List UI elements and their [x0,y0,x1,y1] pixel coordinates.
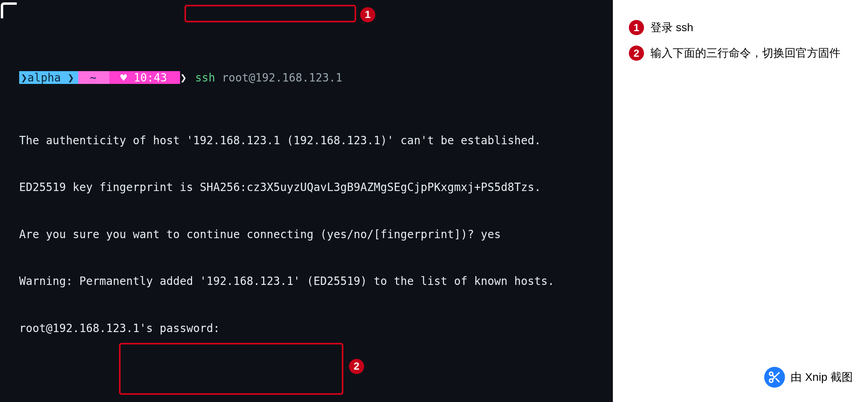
highlight-box-1 [184,5,356,22]
watermark-text: 由 Xnip 截图 [791,369,853,386]
prompt-chevron-icon: ❯ [67,71,74,84]
output-line: Warning: Permanently added '192.168.123.… [0,273,613,289]
output-line: The authenticity of host '192.168.123.1 … [0,133,613,148]
command-ssh: ssh [195,71,215,84]
output-line: ED25519 key fingerprint is SHA256:cz3X5u… [0,179,613,195]
prompt-cwd: ~ [90,71,97,84]
annotation-text: 输入下面的三行命令，切换回官方固件 [650,45,852,62]
annotation-text: 登录 ssh [650,19,852,36]
terminal-window[interactable]: ❯alpha ❯ ~ ♥ 10:43 ❯ ssh root@192.168.12… [0,0,613,402]
svg-line-4 [773,375,775,377]
svg-line-3 [776,379,779,382]
prompt-host: alpha [28,71,61,84]
annotation-panel: 1 登录 ssh 2 输入下面的三行命令，切换回官方固件 由 Xnip 截图 [613,0,868,402]
output-line: Are you sure you want to continue connec… [0,227,613,242]
annotation-badge-1-label: 1 [365,7,371,22]
annotation-item-1: 1 登录 ssh [629,19,852,36]
prompt-time: 10:43 [134,71,167,84]
annotation-item-2: 2 输入下面的三行命令，切换回官方固件 [629,45,852,62]
annotation-badge-1: 1 [360,7,375,22]
prompt-host-chevron: ❯ [21,71,28,84]
annotation-badge-icon: 1 [629,20,644,35]
prompt-cwd-segment: ~ [78,71,109,84]
prompt-host-segment: ❯alpha ❯ [19,71,78,84]
prompt-time-segment: ♥ 10:43 [109,71,180,84]
annotation-number: 1 [634,19,639,36]
prompt-end-chevron-icon: ❯ [180,71,188,84]
heart-icon: ♥ [120,71,127,84]
blank-line [0,368,613,383]
annotation-number: 2 [634,45,639,62]
command-arg: root@192.168.123.1 [222,71,343,84]
annotation-badge-icon: 2 [629,46,644,61]
selection-corner-icon [1,2,17,18]
shell-prompt-line: ❯alpha ❯ ~ ♥ 10:43 ❯ ssh root@192.168.12… [0,70,613,86]
output-line: root@192.168.123.1's password: [0,320,613,336]
watermark: 由 Xnip 截图 [764,367,853,388]
scissors-icon [764,367,785,388]
